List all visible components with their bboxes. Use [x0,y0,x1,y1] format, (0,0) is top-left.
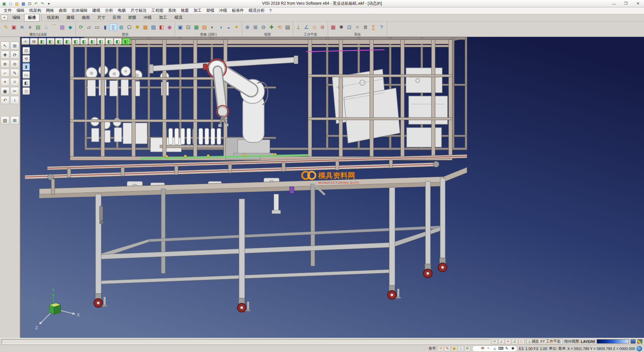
fit-view-icon[interactable]: ⊡ [22,47,30,54]
line-thickness-icon[interactable]: ≡ [26,23,34,31]
shaded-edges-mode-icon[interactable]: ▯ [109,23,117,31]
曲面[interactable]: 曲面 [56,7,69,14]
quality-icon[interactable]: ✦ [233,23,240,31]
标准件[interactable]: 标准件 [229,7,246,14]
dynamic-section-icon[interactable]: ◧ [158,23,165,31]
文件[interactable]: 文件 [1,7,14,14]
塑模[interactable]: 塑模 [204,7,217,14]
monitor-icon[interactable]: ⊡ [345,23,353,31]
database-icon[interactable]: ≣ [362,23,369,31]
view-menu-icon[interactable]: ≡ [21,38,30,45]
shadow-icon[interactable]: ◐ [209,23,216,31]
ime-keyboard-icon[interactable]: ⌨ [498,346,503,351]
wireframe-mode-icon[interactable]: ▱ [85,23,93,31]
materials-icon[interactable]: ▩ [142,23,149,31]
ribbon-tab[interactable]: 建模 [63,14,78,21]
ribbon-tab[interactable]: 曲面 [78,14,94,21]
tab-overflow-button[interactable]: ▼ [1,15,8,21]
view-shaded-iso-icon[interactable]: ◧ [122,38,130,45]
help-icon[interactable]: ? [378,23,385,31]
?[interactable]: ? [267,8,274,14]
redo-icon[interactable]: ↷ [39,1,46,6]
reflection-icon[interactable]: ◑ [217,23,224,31]
zoom-out-icon[interactable]: ⊖ [10,60,19,68]
workplane-segment[interactable]: ⟂ 捕捉 XY 工作平面 [526,339,563,344]
dynamic-rotate-icon[interactable]: ⟳ [10,51,19,59]
section-toggle-icon[interactable]: ◧ [22,79,30,87]
建模[interactable]: 建模 [90,7,103,14]
线架构[interactable]: 线架构 [27,7,44,14]
ribbon-tab[interactable]: 尺寸 [94,14,109,21]
ribbon-tab[interactable]: 塑膜 [124,14,140,21]
cad-scene-canvas[interactable]: 模具资料网 MANUFACTURING DATA Y X Z [20,37,644,338]
calculator-icon[interactable]: ⌗ [354,23,361,31]
网格[interactable]: 网格 [44,7,56,14]
info-toggle-icon[interactable]: i [458,346,464,351]
rotate-cube-icon[interactable]: ⟲ [22,55,30,62]
color-picker-icon[interactable]: ▣ [10,23,18,31]
print-image-icon[interactable]: ⊡ [184,23,192,31]
coord-mode-icon[interactable]: ∠ [512,339,518,344]
layer-color-strip[interactable] [597,339,629,344]
sogou-logo-icon[interactable]: S [474,346,479,351]
system-colors-icon[interactable]: ▦ [329,23,337,31]
workplane-xy-icon[interactable]: ⟂ [294,23,302,31]
select-icon[interactable]: ↖ [1,42,9,50]
current-color-chip[interactable] [631,339,636,344]
multi-select-icon[interactable]: ⊞ [10,42,19,50]
view-back-icon[interactable]: ◧ [47,38,55,45]
ribbon-tab[interactable]: 加工 [155,14,171,21]
view-right-icon[interactable]: ◧ [63,38,71,45]
measure-icon[interactable]: ⌐ [1,69,9,77]
编辑[interactable]: 编辑 [14,7,27,14]
pan-hand-icon[interactable]: ✚ [1,51,9,59]
rotate-view-icon[interactable]: ⟲ [276,23,283,31]
ime-mic-icon[interactable]: ✎ [504,346,509,351]
customize-quickbar-icon[interactable]: ▾ [46,1,52,6]
shaded-mode-icon[interactable]: ▮ [101,23,109,31]
network-globe-icon[interactable] [637,346,642,351]
copy-icon[interactable]: ▣ [1,87,9,95]
view-front-icon[interactable]: ◧ [38,38,46,45]
电极[interactable]: 电极 [115,7,128,14]
wire-toggle-icon[interactable]: ▭ [22,71,30,79]
image-gallery-icon[interactable]: ▦ [193,23,200,31]
layer-manager-icon[interactable]: ▤ [34,23,42,31]
view-top-icon[interactable]: ◧ [72,38,80,45]
save-icon[interactable]: ▦ [20,1,26,6]
grid-icon[interactable]: ⌗ [10,78,19,86]
ribbon-tab[interactable]: 冲模 [140,14,155,21]
filter-curves-icon[interactable]: ⌒ [50,23,58,31]
active-layer-label[interactable]: LAYER0 [581,340,595,344]
ortho-toggle-icon[interactable]: ⟂ [498,339,504,344]
ime-toolbox-icon[interactable]: ✱ [510,346,516,351]
ribbon-tab[interactable]: 应用 [109,14,124,21]
ribbon-tab[interactable]: 编辑 [9,14,24,21]
layers-panel-icon[interactable]: ▤ [1,116,9,124]
line-style-icon[interactable]: ≋ [18,23,26,31]
view-list-icon[interactable]: ▤ [284,23,291,31]
color-palette-chip[interactable] [637,339,642,344]
ribbon-tab[interactable]: 标准 [24,14,40,21]
highlight-icon[interactable]: ▣ [451,346,457,351]
分析[interactable]: 分析 [103,7,115,14]
工程图[interactable]: 工程图 [149,7,166,14]
macro-icon[interactable]: ∑ [370,23,377,31]
view-iso-nw-icon[interactable]: ◧ [89,38,97,45]
perspective-icon[interactable]: ⬠ [125,23,133,31]
模流分析[interactable]: 模流分析 [246,7,267,14]
zoom-all-icon[interactable]: ⊕ [244,23,251,31]
视窗[interactable]: 视窗 [178,7,191,14]
attributes-icon[interactable]: ✎ [2,23,10,31]
redraw-icon[interactable]: ⟳ [77,23,85,31]
zoom-in-icon[interactable]: ⊕ [1,60,9,68]
ribbon-tab[interactable]: 线架构 [43,14,63,21]
new-file-icon[interactable]: □ [7,1,14,6]
snap-point-icon[interactable]: ⌖ [505,339,511,344]
undo-icon[interactable]: ↶ [33,1,39,6]
undo-view-icon[interactable]: ↶ [1,96,9,104]
erase-icon[interactable]: ✂ [10,87,19,95]
snap-icon[interactable]: ⌖ [1,78,9,86]
zoom-window-icon[interactable]: ⊞ [252,23,259,31]
workplane-align-icon[interactable]: ∠ [303,23,310,31]
